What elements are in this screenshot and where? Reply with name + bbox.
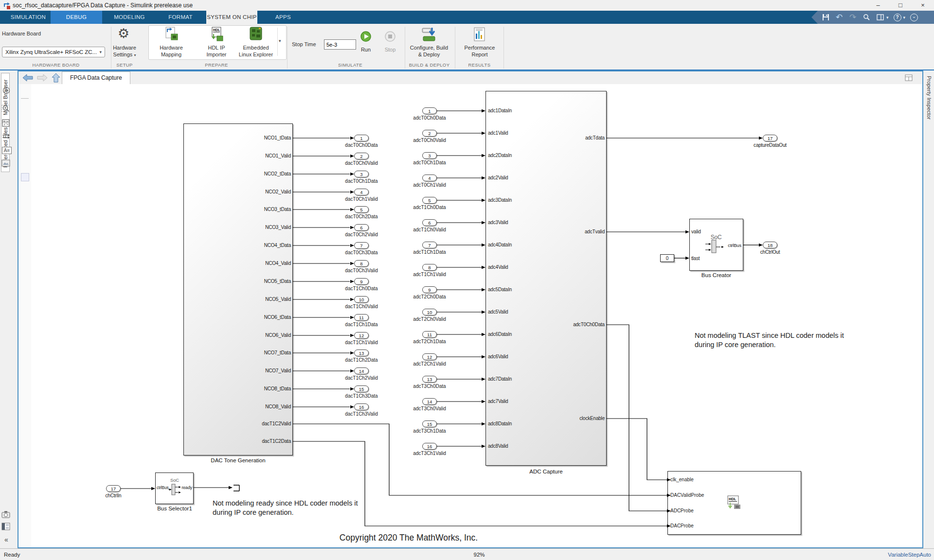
outport-3[interactable]: 3 [354, 171, 369, 177]
enter-subsystem-icon[interactable] [0, 87, 13, 94]
port-label: chCtrlIn [82, 493, 145, 498]
inport-1[interactable]: 1 [422, 107, 437, 114]
embedded-linux-explorer-button[interactable]: Embedded [234, 45, 278, 51]
inport-3[interactable]: 3 [422, 152, 437, 159]
block-constant[interactable]: 0 [660, 254, 674, 262]
inport-9[interactable]: 9 [422, 286, 437, 293]
layout-icon[interactable] [876, 13, 884, 22]
section-simulate: SIMULATE [326, 62, 375, 68]
navigation-bar: FPGA Data Capture [18, 71, 922, 85]
outport-15[interactable]: 15 [354, 385, 369, 392]
outport-10[interactable]: 10 [354, 296, 369, 303]
configure-build-deploy-button[interactable]: Configure, Build [408, 45, 450, 51]
inport-5[interactable]: 5 [422, 197, 437, 204]
inport-11[interactable]: 11 [422, 331, 437, 338]
signal-lines-icon[interactable] [0, 133, 13, 140]
up-to-parent-icon[interactable] [52, 73, 60, 83]
search-icon[interactable] [862, 13, 871, 22]
inport-8[interactable]: 8 [422, 264, 437, 271]
port-label: adcT2Ch1Valid [398, 361, 461, 367]
help-icon[interactable]: ? [894, 14, 901, 21]
viewmark-icon[interactable] [21, 173, 29, 181]
inport-14[interactable]: 14 [422, 398, 437, 405]
inport-10[interactable]: 10 [422, 309, 437, 315]
block-port-label: clockEnable [541, 416, 605, 421]
outport-13[interactable]: 13 [354, 350, 369, 356]
status-bar: Ready 92% VariableStepAuto [0, 548, 934, 560]
hardware-mapping-button[interactable]: Hardware [152, 45, 191, 51]
sidebar-tab-model-browser[interactable]: Model Browser [1, 73, 10, 122]
block-port-label: adc2DataIn [488, 153, 512, 158]
port-label: adcT3Ch1Data [398, 428, 461, 434]
tab-simulation[interactable]: SIMULATION [6, 11, 51, 24]
hdl-ip-importer-button[interactable]: HDL IP [197, 45, 236, 51]
back-icon[interactable] [22, 74, 33, 82]
run-icon[interactable] [360, 31, 372, 42]
port-label: ctrlBus [712, 243, 741, 248]
outport-6[interactable]: 6 [354, 224, 369, 231]
window-title: soc_rfsoc_datacapture/FPGA Data Capture … [13, 2, 193, 9]
inport-15[interactable]: 15 [422, 420, 437, 427]
port-label: adcT0Ch0Data [398, 115, 461, 121]
outport-8[interactable]: 8 [354, 260, 369, 267]
inport-17[interactable]: 17 [106, 485, 121, 492]
block-name: Bus Selector1 [150, 506, 199, 511]
inport-6[interactable]: 6 [422, 219, 437, 226]
outport-17[interactable]: 17 [763, 135, 777, 141]
outport-11[interactable]: 11 [354, 314, 369, 321]
tab-debug[interactable]: DEBUG [51, 11, 102, 24]
block-port-label: NCO5_tData [218, 279, 291, 284]
undo-icon[interactable]: ↶ [835, 13, 844, 22]
fit-to-view-icon[interactable] [0, 119, 13, 127]
tab-modeling[interactable]: MODELING [108, 11, 151, 24]
block-adc-capture[interactable] [485, 91, 607, 466]
minimize-button[interactable]: – [867, 0, 889, 11]
port-label: adcT3Ch1Valid [398, 451, 461, 456]
hardware-board-dropdown[interactable]: Xilinx Zynq UltraScale+ RFSoC ZC... ▾ [2, 47, 105, 57]
inport-7[interactable]: 7 [422, 242, 437, 248]
image-annotation-icon[interactable] [0, 159, 13, 167]
tab-apps[interactable]: APPS [266, 11, 301, 24]
close-button[interactable]: × [912, 0, 934, 11]
outport-16[interactable]: 16 [354, 403, 369, 410]
inport-16[interactable]: 16 [422, 443, 437, 450]
outport-5[interactable]: 5 [354, 206, 369, 213]
tab-format[interactable]: FORMAT [162, 11, 198, 24]
inport-12[interactable]: 12 [422, 353, 437, 360]
outport-1[interactable]: 1 [354, 135, 369, 141]
outport-12[interactable]: 12 [354, 332, 369, 339]
inport-13[interactable]: 13 [422, 376, 437, 383]
panel-layout-icon[interactable] [0, 523, 13, 530]
redo-icon[interactable]: ↷ [848, 13, 857, 22]
outport-14[interactable]: 14 [354, 368, 369, 374]
zoom-icon[interactable] [0, 104, 13, 113]
outport-18[interactable]: 18 [763, 242, 777, 248]
outport-4[interactable]: 4 [354, 189, 369, 195]
maximize-button[interactable]: □ [889, 0, 912, 11]
inport-2[interactable]: 2 [422, 130, 437, 137]
outport-9[interactable]: 9 [354, 278, 369, 285]
tab-system-on-chip[interactable]: SYSTEM ON CHIP [206, 11, 257, 24]
hardware-settings-button[interactable]: Hardware [105, 45, 144, 51]
section-hardware-board: HARDWARE BOARD [19, 62, 92, 68]
inport-4[interactable]: 4 [422, 175, 437, 181]
prepare-more-caret-icon[interactable]: ▾ [279, 38, 281, 43]
collapse-ribbon-icon[interactable]: ⌄ [910, 14, 918, 21]
sidebar-tab-property-inspector[interactable]: Property Inspector [925, 72, 933, 128]
panel-toggle-icon[interactable] [905, 74, 913, 81]
outport-2[interactable]: 2 [354, 153, 369, 159]
block-name: Bus Creator [689, 272, 743, 278]
block-port-label: ADCProbe [670, 508, 694, 513]
save-icon[interactable] [821, 13, 830, 22]
performance-report-button[interactable]: Performance [460, 45, 500, 51]
port-label: adcT0Ch0Valid [398, 138, 461, 143]
screenshot-camera-icon[interactable] [0, 510, 13, 518]
annotation-icon[interactable]: A≡ [2, 147, 12, 154]
port-label: adcT0Ch1Valid [398, 182, 461, 188]
layout-caret-icon[interactable]: ▾ [886, 15, 889, 20]
collapse-palette-icon[interactable]: « [0, 536, 13, 543]
document-tab[interactable]: FPGA Data Capture [62, 71, 130, 84]
outport-7[interactable]: 7 [354, 242, 369, 249]
help-caret-icon[interactable]: ▾ [903, 15, 906, 20]
status-solver[interactable]: VariableStepAuto [829, 552, 931, 558]
